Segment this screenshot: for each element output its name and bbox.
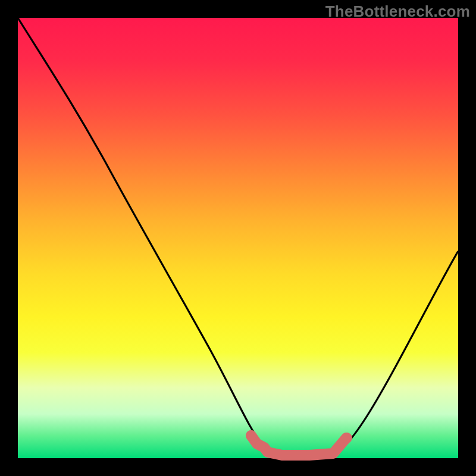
chart-frame: TheBottleneck.com	[0, 0, 476, 476]
plot-area	[18, 18, 458, 458]
highlight-dot	[342, 433, 352, 443]
highlight-dot	[246, 430, 256, 441]
chart-svg	[18, 18, 458, 458]
curve-line	[18, 18, 458, 456]
highlight-dot	[255, 440, 266, 451]
